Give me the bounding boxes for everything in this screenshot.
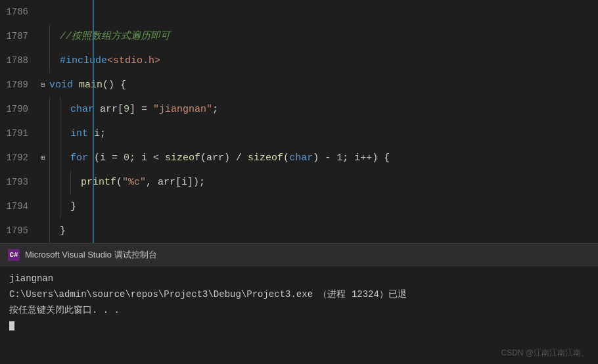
scope-indicator [93,0,94,243]
code-line: 1794} [0,194,598,219]
console-line: C:\Users\admin\source\repos\Project3\Deb… [9,287,589,303]
indent-guides [49,170,81,194]
console-output: jiangnanC:\Users\admin\source\repos\Proj… [0,266,598,339]
code-text: printf("%c", arr[i]); [81,170,598,194]
console-line: jiangnan [9,271,589,287]
indent-guides [49,122,70,146]
code-line: 1793printf("%c", arr[i]); [0,170,598,194]
fold-gutter: ⊞ [36,146,49,170]
code-editor: 17861787//按照数组方式遍历即可1788#include<stdio.h… [0,0,598,243]
code-line: 1791int i; [0,122,598,146]
indent-guides [49,97,70,122]
indent-guides [49,219,60,243]
line-number: 1791 [0,122,36,146]
cursor [9,321,14,330]
line-number: 1788 [0,49,36,73]
code-line: 1789⊟void main() { [0,73,598,97]
watermark: CSDN @江南江南江南、 [501,348,589,359]
line-number: 1793 [0,170,36,194]
code-line: 1787//按照数组方式遍历即可 [0,24,598,49]
vs-icon: C# [8,249,20,261]
console-titlebar: C# Microsoft Visual Studio 调试控制台 [0,244,598,266]
code-lines-container: 17861787//按照数组方式遍历即可1788#include<stdio.h… [0,0,598,243]
code-text: } [70,194,598,219]
console-cursor-line [9,318,589,334]
code-text: int i; [70,122,598,146]
code-line: 1788#include<stdio.h> [0,49,598,73]
line-number: 1790 [0,97,36,122]
code-text: char arr[9] = "jiangnan"; [70,97,598,122]
line-number: 1792 [0,146,36,170]
code-line: 1786 [0,0,598,24]
code-line: 1790char arr[9] = "jiangnan"; [0,97,598,122]
fold-gutter: ⊟ [36,73,49,97]
code-text: //按照数组方式遍历即可 [60,24,598,49]
line-number: 1786 [0,0,36,24]
line-number: 1789 [0,73,36,97]
code-text: } [60,219,598,243]
code-line: 1792⊞for (i = 0; i < sizeof(arr) / sizeo… [0,146,598,170]
line-number: 1794 [0,194,36,219]
indent-guides [49,49,60,73]
console-panel: C# Microsoft Visual Studio 调试控制台 jiangna… [0,243,598,364]
code-text: void main() { [49,73,598,97]
code-line: 1795} [0,219,598,243]
indent-guides [49,194,70,219]
line-number: 1787 [0,24,36,49]
fold-closed-icon[interactable]: ⊞ [41,146,45,170]
line-number: 1795 [0,219,36,243]
console-line: 按任意键关闭此窗口. . . [9,303,589,319]
code-text: #include<stdio.h> [60,49,598,73]
indent-guides [49,146,70,170]
indent-guides [49,24,60,49]
console-title: Microsoft Visual Studio 调试控制台 [25,249,157,261]
fold-open-icon[interactable]: ⊟ [41,73,45,97]
code-text: for (i = 0; i < sizeof(arr) / sizeof(cha… [70,146,598,170]
